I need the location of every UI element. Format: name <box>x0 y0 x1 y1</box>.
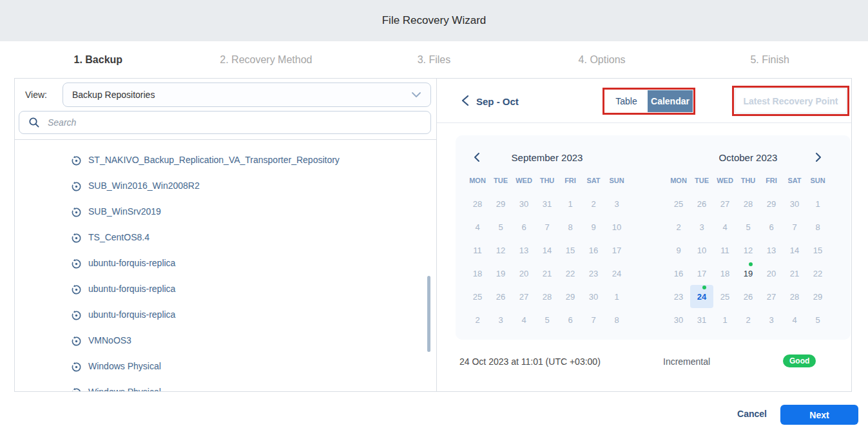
calendar-day[interactable]: 7 <box>535 215 559 238</box>
calendar-day[interactable]: 23 <box>582 262 605 285</box>
toggle-option-calendar[interactable]: Calendar <box>648 90 693 112</box>
search-input[interactable] <box>46 117 430 128</box>
calendar-day[interactable]: 2 <box>582 192 605 215</box>
wizard-step[interactable]: 3. Files <box>350 54 518 66</box>
calendar-day[interactable]: 11 <box>713 238 737 262</box>
calendar-day[interactable]: 30 <box>582 285 605 308</box>
calendar-day[interactable]: 19 <box>489 262 512 285</box>
calendar-day[interactable]: 29 <box>559 285 582 308</box>
chevron-left-icon[interactable] <box>461 95 469 106</box>
repository-list-item[interactable]: Windows Physical <box>15 353 436 379</box>
calendar-day[interactable]: 27 <box>760 285 783 308</box>
calendar-day[interactable]: 3 <box>489 308 512 331</box>
repository-list-item[interactable]: ubuntu-forquis-replica <box>15 276 436 302</box>
calendar-day[interactable]: 25 <box>466 285 489 308</box>
calendar-day[interactable]: 13 <box>760 238 783 262</box>
wizard-step[interactable]: 2. Recovery Method <box>182 54 351 66</box>
repository-list-item[interactable]: SUB_Win2016_Win2008R2 <box>15 173 436 199</box>
calendar-day[interactable]: 3 <box>760 308 783 331</box>
calendar-day[interactable]: 5 <box>737 215 760 238</box>
next-button[interactable]: Next <box>780 405 858 425</box>
calendar-day[interactable]: 15 <box>559 238 582 262</box>
calendar-day[interactable]: 27 <box>713 192 737 215</box>
calendar-day[interactable]: 6 <box>512 215 535 238</box>
repository-list-item[interactable]: ST_NAKIVO_Backup_Replication_VA_Transpor… <box>15 147 436 173</box>
calendar-day[interactable]: 14 <box>535 238 559 262</box>
calendar-day[interactable]: 24 <box>605 262 628 285</box>
calendar-day[interactable]: 28 <box>783 285 806 308</box>
calendar-day[interactable]: 4 <box>713 215 737 238</box>
calendar-day[interactable]: 4 <box>783 308 806 331</box>
calendar-day[interactable]: 12 <box>489 238 512 262</box>
calendar-day[interactable]: 8 <box>806 215 829 238</box>
calendar-day[interactable]: 1 <box>806 192 829 215</box>
wizard-step[interactable]: 5. Finish <box>686 54 854 66</box>
repository-list-item[interactable]: TS_CentOS8.4 <box>15 224 436 250</box>
calendar-day[interactable]: 30 <box>783 192 806 215</box>
calendar-day[interactable]: 16 <box>667 262 690 285</box>
cancel-button[interactable]: Cancel <box>734 409 770 419</box>
calendar-day[interactable]: 2 <box>466 308 489 331</box>
repository-list-item[interactable]: VMNoOS3 <box>15 327 436 353</box>
calendar-day[interactable]: 21 <box>783 262 806 285</box>
calendar-day[interactable]: 10 <box>690 238 713 262</box>
calendar-day[interactable]: 4 <box>466 215 489 238</box>
calendar-day[interactable]: 10 <box>605 215 628 238</box>
calendar-day[interactable]: 21 <box>535 262 559 285</box>
toggle-option-table[interactable]: Table <box>605 90 648 112</box>
calendar-day[interactable]: 30 <box>667 308 690 331</box>
calendar-day[interactable]: 18 <box>466 262 489 285</box>
calendar-day[interactable]: 7 <box>783 215 806 238</box>
latest-recovery-point-button[interactable]: Latest Recovery Point <box>735 88 847 113</box>
wizard-step[interactable]: 4. Options <box>518 54 686 66</box>
calendar-day[interactable]: 1 <box>605 285 628 308</box>
calendar-day[interactable]: 28 <box>737 192 760 215</box>
scrollbar-thumb[interactable] <box>427 276 430 352</box>
calendar-day[interactable]: 2 <box>737 308 760 331</box>
calendar-day[interactable]: 26 <box>489 285 512 308</box>
repository-list-item[interactable]: ubuntu-forquis-replica <box>15 302 436 327</box>
calendar-day[interactable]: 11 <box>466 238 489 262</box>
calendar-day[interactable]: 26 <box>737 285 760 308</box>
calendar-day[interactable]: 29 <box>760 192 783 215</box>
calendar-day[interactable]: 4 <box>512 308 535 331</box>
calendar-day[interactable]: 20 <box>512 262 535 285</box>
calendar-day[interactable]: 6 <box>760 215 783 238</box>
calendar-day[interactable]: 3 <box>690 215 713 238</box>
calendar-day[interactable]: 22 <box>806 262 829 285</box>
calendar-day[interactable]: 9 <box>582 215 605 238</box>
calendar-day[interactable]: 15 <box>806 238 829 262</box>
calendar-day[interactable]: 18 <box>713 262 737 285</box>
calendar-day[interactable]: 22 <box>559 262 582 285</box>
calendar-day[interactable]: 5 <box>489 215 512 238</box>
calendar-day[interactable]: 14 <box>783 238 806 262</box>
calendar-day[interactable]: 17 <box>605 238 628 262</box>
calendar-day[interactable]: 7 <box>582 308 605 331</box>
calendar-day[interactable]: 1 <box>713 308 737 331</box>
calendar-day[interactable]: 26 <box>690 192 713 215</box>
calendar-day[interactable]: 9 <box>667 238 690 262</box>
calendar-day[interactable]: 8 <box>559 215 582 238</box>
calendar-day[interactable]: 29 <box>806 285 829 308</box>
calendar-day[interactable]: 20 <box>760 262 783 285</box>
calendar-day[interactable]: 6 <box>559 308 582 331</box>
calendar-day[interactable]: 16 <box>582 238 605 262</box>
calendar-day[interactable]: 27 <box>512 285 535 308</box>
calendar-day[interactable]: 25 <box>713 285 737 308</box>
calendar-day[interactable]: 2 <box>667 215 690 238</box>
calendar-day[interactable]: 30 <box>512 192 535 215</box>
view-dropdown[interactable]: Backup Repositories <box>63 83 431 107</box>
calendar-day[interactable]: 13 <box>512 238 535 262</box>
repository-list-item[interactable]: SUB_WinSrv2019 <box>15 199 436 224</box>
calendar-day[interactable]: 19 <box>737 262 760 285</box>
calendar-day[interactable]: 1 <box>559 192 582 215</box>
calendar-day[interactable]: 31 <box>690 308 713 331</box>
calendar-day[interactable]: 5 <box>806 308 829 331</box>
calendar-day[interactable]: 25 <box>667 192 690 215</box>
calendar-day[interactable]: 24 <box>690 285 713 308</box>
calendar-day[interactable]: 3 <box>605 192 628 215</box>
calendar-day[interactable]: 31 <box>535 192 559 215</box>
calendar-day[interactable]: 8 <box>605 308 628 331</box>
calendar-day[interactable]: 28 <box>466 192 489 215</box>
repository-list-item[interactable]: ubuntu-forquis-replica <box>15 250 436 276</box>
